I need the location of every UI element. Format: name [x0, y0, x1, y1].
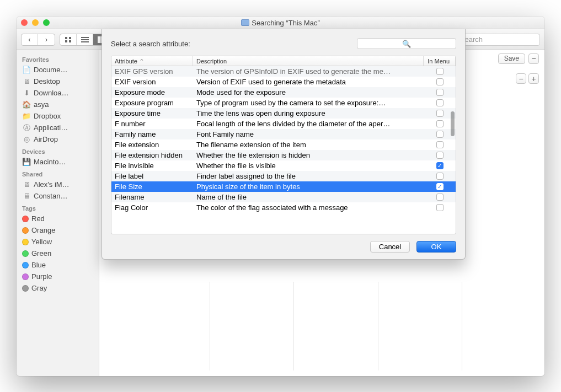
tag-color-dot: [22, 273, 29, 280]
desktop-icon: 🖥: [22, 78, 31, 85]
in-menu-checkbox[interactable]: [436, 110, 444, 117]
sidebar: Favorites📄Docume…🖥Desktop⬇Downloa…🏠asya📁…: [17, 50, 99, 376]
add-rule-button[interactable]: +: [528, 73, 539, 84]
in-menu-checkbox[interactable]: [436, 152, 444, 159]
cell-in-menu: [424, 99, 456, 106]
sidebar-item-label: Blue: [31, 261, 46, 269]
sidebar-item[interactable]: 🖥Constan…: [17, 190, 99, 202]
cell-in-menu: [424, 141, 456, 148]
table-row[interactable]: File SizePhysical size of the item in by…: [111, 181, 456, 192]
tag-color-dot: [22, 250, 29, 257]
cell-attribute: Flag Color: [111, 203, 193, 212]
remove-rule-button[interactable]: −: [516, 73, 526, 84]
attribute-picker-sheet: Select a search attribute: 🔍 Attribute D…: [101, 29, 466, 260]
sidebar-item[interactable]: ⒶApplicati…: [17, 122, 99, 133]
list-view-button[interactable]: [77, 34, 93, 45]
cell-in-menu: ✓: [424, 162, 456, 169]
cell-description: Focal length of the lens divided by the …: [193, 120, 424, 128]
sidebar-item[interactable]: Purple: [17, 271, 99, 282]
sidebar-item[interactable]: 📁Dropbox: [17, 110, 99, 122]
sidebar-item[interactable]: Green: [17, 248, 99, 259]
icon-view-button[interactable]: [60, 34, 77, 45]
sidebar-item-label: asya: [34, 100, 49, 109]
sidebar-item[interactable]: 🏠asya: [17, 99, 99, 110]
forward-button[interactable]: ›: [38, 34, 55, 45]
in-menu-checkbox[interactable]: [436, 194, 444, 201]
sidebar-item-label: Downloa…: [34, 89, 69, 97]
sidebar-item[interactable]: 📄Docume…: [17, 64, 99, 76]
svg-rect-7: [98, 36, 100, 43]
search-icon: 🔍: [402, 40, 411, 48]
finder-window: Searching “This Mac” ‹ › ▾: [17, 17, 544, 376]
table-row[interactable]: File labelFinder label assigned to the f…: [111, 171, 456, 181]
in-menu-checkbox[interactable]: [436, 78, 444, 85]
in-menu-checkbox[interactable]: [436, 131, 444, 138]
cell-description: The version of GPSInfoID in EXIF used to…: [193, 67, 424, 76]
apps-icon: Ⓐ: [22, 124, 31, 132]
sidebar-item[interactable]: 🖥Desktop: [17, 76, 99, 87]
in-menu-checkbox[interactable]: [436, 141, 444, 148]
in-menu-checkbox[interactable]: [436, 204, 444, 211]
table-row[interactable]: EXIF GPS versionThe version of GPSInfoID…: [111, 66, 456, 77]
table-row[interactable]: File extensionThe filename extension of …: [111, 139, 456, 150]
save-button[interactable]: Save: [498, 53, 525, 64]
cell-attribute: EXIF GPS version: [111, 67, 193, 76]
table-row[interactable]: EXIF versionVersion of EXIF used to gene…: [111, 77, 456, 87]
folder-icon: 📁: [22, 112, 31, 120]
cell-description: Mode used for the exposure: [193, 88, 424, 96]
in-menu-checkbox[interactable]: ✓: [436, 162, 444, 169]
table-row[interactable]: FilenameName of the file: [111, 192, 456, 202]
sidebar-item[interactable]: Red: [17, 213, 99, 224]
sidebar-item-label: Yellow: [31, 238, 52, 246]
svg-rect-0: [65, 37, 67, 39]
table-row[interactable]: Exposure programType of program used by …: [111, 98, 456, 108]
in-menu-checkbox[interactable]: [436, 120, 444, 127]
table-row[interactable]: Exposure timeTime the lens was open duri…: [111, 108, 456, 119]
in-menu-checkbox[interactable]: [436, 89, 444, 96]
sidebar-item[interactable]: Yellow: [17, 236, 99, 248]
cell-description: Finder label assigned to the file: [193, 172, 424, 180]
column-header-in-menu[interactable]: In Menu: [424, 56, 456, 66]
cell-attribute: File invisible: [111, 162, 193, 170]
svg-rect-6: [81, 41, 89, 42]
table-row[interactable]: Exposure modeMode used for the exposure: [111, 87, 456, 98]
in-menu-checkbox[interactable]: [436, 99, 444, 106]
column-header-attribute[interactable]: Attribute: [111, 56, 193, 66]
cell-attribute: Filename: [111, 193, 193, 201]
sidebar-item[interactable]: 💾Macinto…: [17, 156, 99, 168]
cell-attribute: F number: [111, 120, 193, 128]
in-menu-checkbox[interactable]: [436, 68, 444, 75]
sidebar-item[interactable]: Blue: [17, 259, 99, 271]
table-row[interactable]: File extension hiddenWhether the file ex…: [111, 150, 456, 160]
sidebar-item-label: Dropbox: [34, 112, 61, 120]
sidebar-item[interactable]: ⬇Downloa…: [17, 87, 99, 99]
in-menu-checkbox[interactable]: ✓: [436, 183, 444, 190]
cell-attribute: File extension hidden: [111, 151, 193, 159]
ok-button[interactable]: OK: [416, 241, 456, 253]
sidebar-item[interactable]: 🖥Alex's iM…: [17, 179, 99, 190]
cell-in-menu: [424, 78, 456, 85]
sidebar-group-header: Tags: [17, 202, 99, 213]
sidebar-item[interactable]: Gray: [17, 282, 99, 294]
remove-criteria-button[interactable]: −: [528, 53, 539, 64]
svg-rect-3: [69, 40, 71, 42]
sidebar-item-label: Gray: [31, 284, 47, 292]
sheet-search-field[interactable]: 🔍: [357, 38, 456, 49]
tag-color-dot: [22, 285, 29, 292]
table-row[interactable]: F numberFocal length of the lens divided…: [111, 119, 456, 129]
in-menu-checkbox[interactable]: [436, 173, 444, 180]
column-header-description[interactable]: Description: [193, 56, 424, 66]
table-row[interactable]: Family nameFont Family name: [111, 129, 456, 139]
cell-description: Version of EXIF used to generate the met…: [193, 78, 424, 86]
sidebar-item[interactable]: ◎AirDrop: [17, 133, 99, 145]
back-button[interactable]: ‹: [22, 34, 38, 45]
window-title-text: Searching “This Mac”: [252, 19, 320, 27]
cell-attribute: File label: [111, 172, 193, 180]
sidebar-item[interactable]: Orange: [17, 224, 99, 236]
table-row[interactable]: File invisibleWhether the file is visibl…: [111, 160, 456, 171]
cell-description: Whether the file extension is hidden: [193, 151, 424, 159]
table-row[interactable]: Flag ColorThe color of the flag associat…: [111, 202, 456, 213]
download-icon: ⬇: [22, 89, 31, 97]
scrollbar-thumb[interactable]: [451, 111, 455, 136]
cancel-button[interactable]: Cancel: [370, 241, 410, 253]
